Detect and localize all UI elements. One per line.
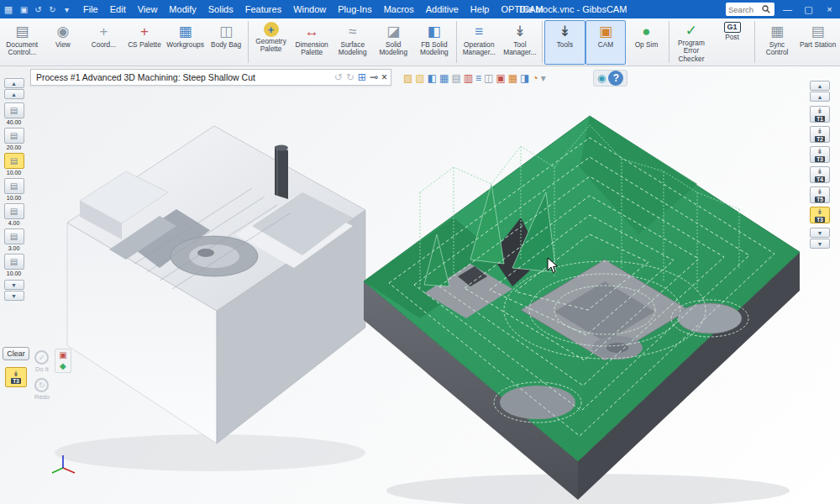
ribbon-item-icon: ◫ [219, 22, 233, 40]
ribbon-item-label: Solid Modeling [374, 41, 412, 57]
cycle-back-icon[interactable]: ↺ [334, 72, 343, 82]
ribbon-item-icon: ≡ [475, 22, 483, 40]
process-tile-icon: ▤ [10, 207, 18, 216]
tool-list-item[interactable]: ↡ T2 [810, 126, 830, 143]
ribbon-item-operation-manager[interactable]: ≡ Operation Manager... [459, 20, 500, 65]
ribbon-item-label: Coord... [84, 41, 123, 49]
folder-icon[interactable]: ▨ [403, 73, 412, 83]
scroll-down-button[interactable]: ▼ [810, 239, 830, 249]
search-icon[interactable] [762, 5, 770, 13]
ribbon-item-cs-palette[interactable]: + CS Palette [124, 20, 165, 65]
stats-icon[interactable]: ◔ [532, 73, 538, 83]
ribbon-item-tool-manager[interactable]: ↡ Tool Manager... [500, 20, 541, 65]
scroll-up-button[interactable]: ▲ [810, 92, 830, 102]
import-icon[interactable]: ◧ [428, 73, 437, 83]
tool-list-item[interactable]: ↡ T3 [810, 146, 830, 163]
scroll-up-button[interactable]: ▲ [4, 89, 24, 99]
scroll-down-button[interactable]: ▼ [4, 280, 24, 290]
process-list-item[interactable]: ▤ 20.00 [4, 128, 24, 150]
scroll-down-button[interactable]: ▼ [4, 291, 24, 301]
menu-item[interactable]: Additive [420, 0, 465, 18]
tool-list-item[interactable]: ↡ T3 [810, 207, 830, 223]
ribbon-item-view[interactable]: ◉ View [43, 20, 84, 65]
process-list-item[interactable]: ▤ 10.00 [4, 254, 24, 276]
process-list-item[interactable]: ▤ 40.00 [4, 102, 24, 125]
redo-icon[interactable]: ↻ [45, 5, 60, 14]
tool-list-item[interactable]: ↡ T1 [810, 106, 830, 123]
menu-item[interactable]: File [77, 0, 104, 18]
ribbon-item-dimension-palette[interactable]: ↔ Dimension Palette [291, 20, 333, 65]
process-panel[interactable]: Process #1 Advanced 3D Machining: Steep … [30, 69, 391, 86]
maximize-button[interactable]: ▢ [798, 0, 819, 18]
palette-red-icon[interactable]: ▣ [59, 351, 66, 360]
search-box[interactable] [726, 3, 774, 16]
ribbon-item-surface-modeling[interactable]: ≈ Surface Modeling [332, 20, 373, 65]
menu-item[interactable]: Solids [202, 0, 239, 18]
scroll-up-button[interactable]: ▲ [810, 81, 830, 91]
process-list-item[interactable]: ▤ 3.00 [4, 228, 24, 251]
menu-item[interactable]: Edit [104, 0, 132, 18]
viewport-canvas[interactable] [0, 66, 840, 504]
undo-icon[interactable]: ↺ [31, 5, 45, 14]
ribbon-item-label: Op Sim [627, 41, 665, 49]
save-icon[interactable]: ▣ [17, 5, 31, 14]
toolbar-dropdown-icon[interactable]: ▾ [541, 73, 546, 83]
world-icon[interactable]: ◉ [597, 73, 606, 83]
columns-icon[interactable]: ◨ [520, 73, 529, 83]
ribbon-item-geometry-palette[interactable]: + Geometry Palette [250, 20, 291, 65]
scroll-up-button[interactable]: ▲ [4, 78, 24, 88]
ribbon-item-program-error-checker[interactable]: ✓ Program Error Checker [671, 20, 712, 65]
ribbon-item-op-sim[interactable]: ● Op Sim [626, 20, 667, 65]
material-icon[interactable]: ▥ [464, 73, 473, 83]
list-view-icon[interactable]: ≡ [475, 73, 481, 83]
cycle-forward-icon[interactable]: ↻ [346, 72, 354, 82]
ribbon-item-icon: G1 [724, 22, 741, 33]
ribbon-item-tools[interactable]: ↡ Tools [544, 20, 585, 65]
quick-access-dropdown-icon[interactable]: ▾ [60, 5, 74, 14]
close-panel-icon[interactable]: × [381, 72, 387, 82]
clear-button[interactable]: Clear [3, 347, 29, 360]
report-icon[interactable]: ▦ [508, 73, 517, 83]
menu-item[interactable]: Features [239, 0, 287, 18]
grid-view-icon[interactable]: ▦ [439, 73, 449, 83]
menu-item[interactable]: View [132, 0, 164, 18]
help-icon[interactable]: ? [608, 71, 623, 86]
menu-item[interactable]: Modify [163, 0, 202, 18]
scroll-down-button[interactable]: ▼ [810, 228, 830, 238]
ribbon-item-body-bag[interactable]: ◫ Body Bag [206, 20, 247, 65]
ribbon-item-document-control[interactable]: ▤ Document Control... [2, 20, 43, 65]
ribbon-item-post[interactable]: G1 Post [711, 20, 753, 65]
ribbon-item-solid-modeling[interactable]: ◪ Solid Modeling [373, 20, 414, 65]
redo-button[interactable]: ↻ Redo [34, 378, 50, 401]
menu-item[interactable]: Help [465, 0, 496, 18]
pin-icon[interactable]: ⊸ [370, 72, 378, 82]
active-tool-tile[interactable]: ↡ T3 [5, 367, 27, 387]
model-stock-silver[interactable] [67, 126, 365, 444]
ribbon-item-sync-control[interactable]: ▦ Sync Control [757, 20, 798, 65]
process-list-item[interactable]: ▤ 10.00 [4, 178, 24, 201]
tool-list-item[interactable]: ↡ T5 [810, 186, 830, 203]
screen-select-icon[interactable]: ⊞ [358, 72, 366, 82]
menu-item[interactable]: Window [287, 0, 332, 18]
process-list-item[interactable]: ▤ 4.00 [4, 203, 24, 226]
open-folder-icon[interactable]: ▧ [415, 73, 424, 83]
sheet-icon[interactable]: ▤ [451, 73, 460, 83]
ribbon-item-fb-solid-modeling[interactable]: ◧ FB Solid Modeling [414, 20, 455, 65]
menu-item[interactable]: Macros [378, 0, 420, 18]
ribbon-item-part-station[interactable]: ▤ Part Station [797, 20, 838, 65]
do-it-button[interactable]: ✓ Do It [34, 350, 50, 373]
layers-icon[interactable]: ◫ [484, 73, 493, 83]
model-toolpath-green[interactable] [364, 116, 800, 500]
palette-green-icon[interactable]: ◆ [60, 362, 66, 370]
process-list-item[interactable]: ▤ 10.00 [4, 153, 24, 176]
close-button[interactable]: × [819, 0, 840, 18]
palette-icon[interactable]: ▣ [496, 73, 505, 83]
ribbon-item-workgroups[interactable]: ▦ Workgroups [165, 20, 206, 65]
minimize-button[interactable]: — [777, 0, 798, 18]
ribbon-item-cam[interactable]: ▣ CAM [585, 20, 627, 65]
search-input[interactable] [728, 5, 762, 14]
menu-item[interactable]: Plug-Ins [332, 0, 377, 18]
ribbon-item-label: Post [713, 34, 752, 41]
tool-list-item[interactable]: ↡ T4 [810, 166, 830, 183]
ribbon-item-coord[interactable]: + Coord... [83, 20, 124, 65]
